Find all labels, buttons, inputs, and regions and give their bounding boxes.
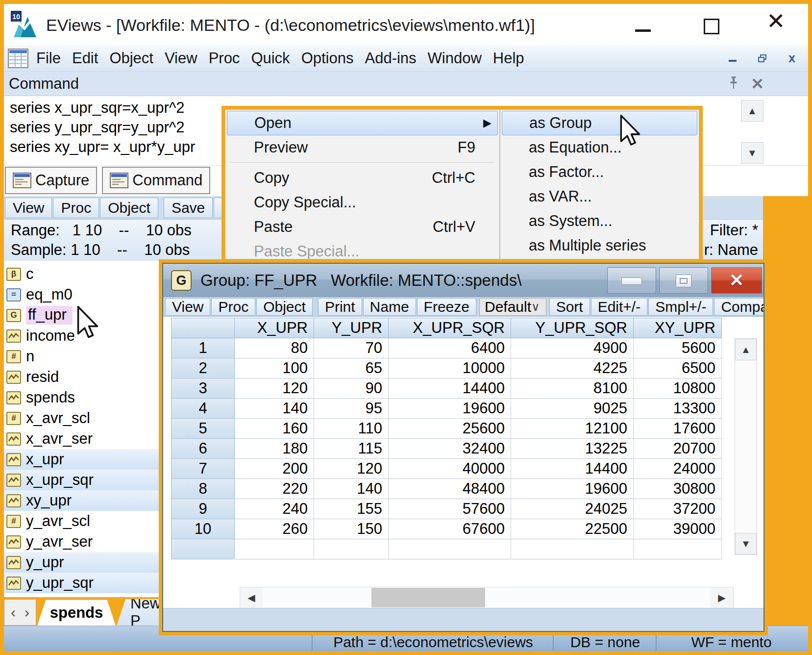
context-item-as-system[interactable]: as System... [502,209,697,233]
data-cell[interactable]: 110 [314,419,389,439]
context-item-as-multiple-series[interactable]: as Multiple series [502,233,697,258]
menu-view[interactable]: View [165,50,197,67]
data-cell[interactable]: 260 [235,519,314,539]
data-cell[interactable]: 140 [235,399,314,419]
column-header-y-upr[interactable]: Y_UPR [314,318,389,338]
object-x-upr[interactable]: x_upr [4,449,162,470]
row-number-cell[interactable]: 6 [171,439,235,459]
data-cell[interactable]: 32400 [389,439,511,459]
data-cell[interactable]: 20700 [634,439,722,459]
menu-file[interactable]: File [36,50,61,67]
data-cell[interactable]: 95 [314,399,389,419]
data-cell[interactable]: 120 [235,378,314,399]
data-cell[interactable]: 80 [235,338,314,358]
data-cell[interactable] [235,539,314,559]
view-mode-dropdown[interactable]: Default ∨ [479,298,546,316]
command-scrollbar[interactable]: ▲ ▼ [741,100,763,164]
context-item-copy-special[interactable]: Copy Special... [227,190,498,215]
row-number-cell[interactable]: 9 [171,499,235,519]
data-cell[interactable] [389,539,511,559]
data-cell[interactable]: 37200 [634,499,722,519]
group-print-button[interactable]: Print [318,298,362,316]
workfile-view-button[interactable]: View [5,198,52,218]
tab-prev-icon[interactable]: ‹ [11,604,16,621]
object-spends[interactable]: spends [4,387,162,408]
object-xy-upr[interactable]: xy_upr [4,490,162,511]
data-cell[interactable]: 14400 [511,459,634,479]
data-cell[interactable]: 13225 [511,439,634,459]
group-smpl-button[interactable]: Smpl+/- [648,298,713,316]
data-cell[interactable]: 155 [314,499,389,519]
mdi-restore-icon[interactable] [758,54,767,62]
data-cell[interactable]: 13300 [634,399,722,419]
corner-header-cell[interactable] [171,318,235,338]
data-cell[interactable]: 24025 [511,499,634,519]
data-cell[interactable]: 67600 [389,519,511,539]
menu-object[interactable]: Object [109,50,153,67]
menu-options[interactable]: Options [301,50,354,67]
data-cell[interactable]: 65 [314,358,389,378]
context-item-as-group[interactable]: as Group [502,111,697,135]
workfile-proc-button[interactable]: Proc [53,198,99,218]
row-number-cell[interactable]: 4 [171,399,235,419]
object-x-avr-ser[interactable]: x_avr_ser [4,428,162,449]
object-x-avr-scl[interactable]: # x_avr_scl [4,408,162,428]
menu-window[interactable]: Window [428,50,482,67]
data-cell[interactable]: 180 [235,439,314,459]
data-cell[interactable]: 24000 [634,459,722,479]
data-cell[interactable]: 30800 [634,479,722,499]
horizontal-scrollbar[interactable]: ◀ ▶ [240,587,734,608]
data-cell[interactable]: 160 [235,419,314,439]
object-x-upr-sqr[interactable]: x_upr_sqr [4,470,162,490]
context-item-as-equation[interactable]: as Equation... [502,135,697,160]
data-cell[interactable]: 14400 [389,378,511,399]
row-number-cell[interactable]: 3 [171,378,235,399]
group-restore-icon[interactable] [659,267,708,294]
data-cell[interactable]: 115 [314,439,389,459]
object-c[interactable]: β c [4,264,162,284]
context-item-preview[interactable]: Preview F9 [227,135,498,160]
data-cell[interactable]: 150 [314,519,389,539]
data-cell[interactable] [314,539,389,559]
scroll-right-icon[interactable]: ▶ [711,587,733,608]
tab-command[interactable]: Command [102,167,210,194]
data-cell[interactable]: 4225 [511,358,634,378]
group-freeze-button[interactable]: Freeze [417,298,476,316]
row-number-cell[interactable]: 10 [171,519,235,539]
data-cell[interactable]: 12100 [511,419,634,439]
row-number-cell[interactable]: 2 [171,358,235,378]
workfile-system-menu-icon[interactable] [8,49,28,68]
mdi-close-icon[interactable]: x [788,51,795,65]
row-number-cell[interactable]: 7 [171,459,235,479]
object-y-upr-sqr[interactable]: y_upr_sqr [4,573,162,593]
group-minimize-icon[interactable] [607,267,656,294]
workfile-range[interactable]: Range: 1 10 -- 10 obs [11,222,192,239]
data-cell[interactable]: 6400 [389,338,511,358]
group-close-icon[interactable]: ✕ [711,267,762,294]
group-window-titlebar[interactable]: G Group: FF_UPR Workfile: MENTO::spends\… [163,264,763,297]
scroll-down-icon[interactable]: ▼ [741,142,763,164]
data-cell[interactable]: 5600 [634,338,722,358]
object-eq-m0[interactable]: = eq_m0 [4,284,162,305]
context-item-open[interactable]: Open ▶ [227,111,498,135]
group-compa-button[interactable]: Compa [714,298,763,316]
menu-help[interactable]: Help [493,50,524,67]
data-cell[interactable] [634,539,722,559]
object-y-avr-ser[interactable]: y_avr_ser [4,531,162,552]
data-cell[interactable]: 240 [235,499,314,519]
context-item-paste[interactable]: Paste Ctrl+V [227,215,498,239]
group-proc-button[interactable]: Proc [211,298,255,316]
scrollbar-thumb[interactable] [371,588,485,607]
tab-next-icon[interactable]: › [25,604,29,621]
group-object-button[interactable]: Object [256,298,313,316]
menu-edit[interactable]: Edit [72,50,98,67]
column-header-x-upr-sqr[interactable]: X_UPR_SQR [389,318,511,338]
scroll-left-icon[interactable]: ◀ [240,587,263,608]
workfile-object-button[interactable]: Object [100,198,158,218]
data-cell[interactable]: 19600 [511,479,634,499]
data-cell[interactable]: 10000 [389,358,511,378]
page-tab-spends[interactable]: spends [37,599,116,626]
object-income[interactable]: income [4,326,162,346]
tab-capture[interactable]: Capture [5,167,97,194]
data-cell[interactable]: 8100 [511,378,634,399]
